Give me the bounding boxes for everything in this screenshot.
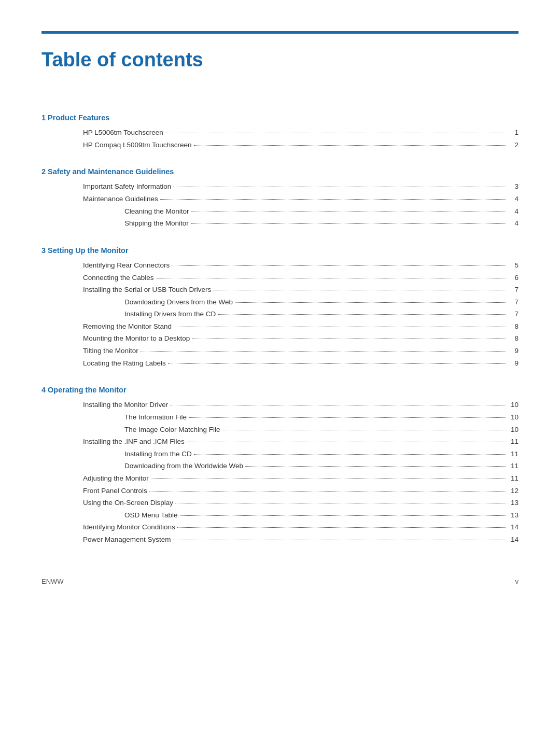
toc-entry-page: 10 (508, 424, 519, 435)
toc-entry-page: 5 (508, 260, 519, 271)
section-block-3: 3 Setting Up the MonitorIdentifying Rear… (41, 245, 519, 369)
toc-entry-text: Maintenance Guidelines (83, 193, 158, 205)
toc-entry: Identifying Rear Connectors5 (41, 260, 519, 271)
toc-entry-dots (191, 223, 506, 224)
toc-entry-page: 2 (508, 139, 519, 151)
toc-entry-page: 11 (508, 473, 519, 484)
page-footer: ENWW v (41, 577, 519, 587)
toc-entry: OSD Menu Table13 (41, 510, 519, 521)
toc-entry-text: Identifying Rear Connectors (83, 260, 170, 271)
section-heading-1: 1 Product Features (41, 112, 519, 124)
toc-entry: Installing from the CD11 (41, 448, 519, 460)
toc-entry-dots (149, 491, 506, 491)
toc-entry-page: 11 (508, 460, 519, 472)
toc-entry-dots (173, 187, 506, 187)
toc-entry: Mounting the Monitor to a Desktop8 (41, 333, 519, 344)
toc-entry: Connecting the Cables6 (41, 272, 519, 284)
toc-entry-text: Shipping the Monitor (124, 218, 189, 229)
toc-entry-text: Important Safety Information (83, 181, 171, 192)
toc-entry: Downloading Drivers from the Web7 (41, 297, 519, 308)
toc-entry-text: Installing the Serial or USB Touch Drive… (83, 284, 211, 296)
toc-entry-page: 7 (508, 308, 519, 320)
toc-entry-text: Front Panel Controls (83, 485, 147, 497)
toc-entry-dots (187, 442, 506, 442)
toc-entry-dots (192, 339, 506, 339)
toc-entry-text: Mounting the Monitor to a Desktop (83, 333, 190, 344)
toc-container: 1 Product FeaturesHP L5006tm Touchscreen… (41, 112, 519, 545)
toc-entry-page: 11 (508, 448, 519, 460)
top-border (41, 31, 519, 34)
toc-entry-page: 14 (508, 522, 519, 533)
toc-entry: Installing Drivers from the CD7 (41, 308, 519, 320)
toc-entry: Shipping the Monitor4 (41, 218, 519, 229)
toc-entry-dots (173, 540, 506, 540)
toc-entry-page: 12 (508, 485, 519, 497)
toc-entry: Tilting the Monitor9 (41, 345, 519, 357)
toc-entry-page: 11 (508, 436, 519, 447)
toc-entry: Front Panel Controls12 (41, 485, 519, 497)
toc-entry-dots (156, 278, 506, 278)
toc-entry-page: 10 (508, 399, 519, 411)
toc-entry: Installing the Monitor Driver10 (41, 399, 519, 411)
toc-entry-page: 13 (508, 510, 519, 521)
toc-entry-text: Installing the .INF and .ICM Files (83, 436, 185, 447)
toc-entry: Important Safety Information3 (41, 181, 519, 192)
section-heading-4: 4 Operating the Monitor (41, 384, 519, 396)
toc-entry: Removing the Monitor Stand8 (41, 321, 519, 332)
toc-entry-page: 7 (508, 284, 519, 296)
toc-entry-page: 7 (508, 297, 519, 308)
toc-entry-text: Using the On-Screen Display (83, 497, 173, 509)
toc-entry-page: 14 (508, 534, 519, 545)
toc-entry-page: 4 (508, 206, 519, 217)
toc-entry-page: 10 (508, 412, 519, 423)
toc-entry-dots (222, 430, 506, 430)
toc-entry-dots (213, 290, 506, 290)
toc-entry-dots (194, 145, 506, 146)
toc-entry-page: 6 (508, 272, 519, 284)
footer-left: ENWW (41, 577, 64, 587)
toc-entry: Downloading from the Worldwide Web11 (41, 460, 519, 472)
toc-entry: Identifying Monitor Conditions14 (41, 522, 519, 533)
toc-entry-page: 9 (508, 345, 519, 357)
toc-entry-text: Downloading from the Worldwide Web (124, 460, 243, 472)
toc-entry-dots (189, 417, 506, 418)
toc-entry-page: 3 (508, 181, 519, 192)
toc-entry-dots (175, 503, 506, 503)
toc-entry: Locating the Rating Labels9 (41, 358, 519, 369)
toc-entry-text: OSD Menu Table (124, 510, 178, 521)
toc-entry-dots (151, 479, 506, 479)
toc-entry: HP Compaq L5009tm Touchscreen2 (41, 139, 519, 151)
toc-entry-text: Cleaning the Monitor (124, 206, 189, 217)
toc-entry-dots (180, 515, 506, 516)
toc-entry: Maintenance Guidelines4 (41, 193, 519, 205)
toc-entry-dots (174, 327, 506, 327)
toc-entry-dots (172, 265, 506, 266)
toc-entry-page: 8 (508, 321, 519, 332)
toc-entry-page: 1 (508, 127, 519, 138)
toc-entry-text: HP Compaq L5009tm Touchscreen (83, 139, 192, 151)
toc-entry-text: The Image Color Matching File (124, 424, 220, 435)
toc-entry-page: 4 (508, 218, 519, 229)
toc-entry-text: Power Management System (83, 534, 171, 545)
toc-entry: The Information File10 (41, 412, 519, 423)
toc-entry-text: HP L5006tm Touchscreen (83, 127, 163, 138)
toc-entry-text: Identifying Monitor Conditions (83, 522, 175, 533)
toc-entry-dots (194, 454, 506, 455)
toc-entry: Adjusting the Monitor11 (41, 473, 519, 484)
toc-entry-dots (235, 302, 506, 303)
page-title: Table of contents (41, 44, 519, 81)
footer-right: v (515, 577, 519, 587)
section-block-4: 4 Operating the MonitorInstalling the Mo… (41, 384, 519, 545)
toc-entry: The Image Color Matching File10 (41, 424, 519, 435)
toc-entry-dots (177, 527, 506, 528)
toc-entry: Cleaning the Monitor4 (41, 206, 519, 217)
section-block-2: 2 Safety and Maintenance GuidelinesImpor… (41, 166, 519, 229)
toc-entry-page: 4 (508, 193, 519, 205)
toc-entry-dots (191, 212, 506, 212)
toc-entry-dots (165, 133, 506, 133)
toc-entry: HP L5006tm Touchscreen1 (41, 127, 519, 138)
toc-entry-dots (218, 314, 506, 315)
toc-entry-page: 9 (508, 358, 519, 369)
toc-entry-text: The Information File (124, 412, 187, 423)
toc-entry-text: Installing the Monitor Driver (83, 399, 168, 411)
